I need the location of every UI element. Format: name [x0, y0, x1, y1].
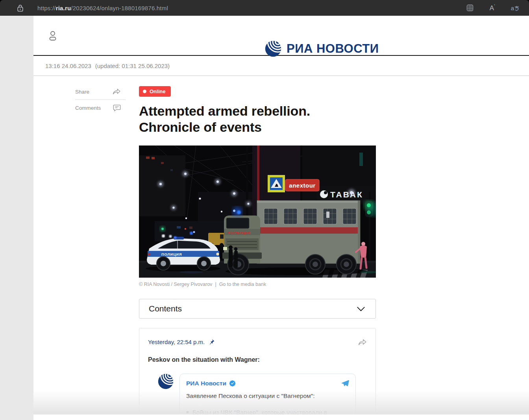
post-share-icon[interactable] — [358, 339, 367, 346]
comments-button[interactable]: Comments — [75, 101, 121, 114]
side-divider — [75, 99, 126, 100]
translate-icon[interactable]: a — [511, 5, 520, 11]
live-post-card: Yesterday, 22:54 p.m. Peskov on the situ… — [139, 328, 376, 420]
traffic-light — [364, 201, 376, 216]
published-time: 13:16 24.06.2023 — [45, 63, 91, 69]
telegram-quote[interactable]: РИА Новости Заявление Пескова о ситуации… — [179, 374, 356, 420]
contents-toggle[interactable]: Contents — [139, 299, 376, 319]
live-dot-icon — [143, 90, 146, 93]
online-badge-label: Online — [150, 88, 165, 94]
share-button[interactable]: Share — [75, 85, 121, 98]
url-text[interactable]: https://ria.ru/20230624/onlayn-188016987… — [37, 5, 168, 11]
share-icon — [113, 88, 121, 95]
svg-text:anextour: anextour — [289, 182, 315, 189]
page: РИА НОВОСТИ 13:16 24.06.2023 (updated: 0… — [33, 16, 529, 420]
text-size-icon[interactable]: Aʼ — [490, 4, 495, 12]
post-lead: Peskov on the situation with Wagner: — [148, 356, 367, 363]
article-dateline: 13:16 24.06.2023 (updated: 01:31 25.06.2… — [33, 56, 529, 76]
channel-avatar — [158, 374, 174, 389]
url-path: /20230624/onlayn-1880169876.html — [71, 5, 168, 11]
tabak-sign: ТАВАК — [317, 186, 376, 203]
bottom-white-strip — [33, 414, 529, 420]
post-timestamp[interactable]: Yesterday, 22:54 p.m. — [148, 339, 215, 345]
share-label: Share — [75, 89, 89, 95]
credit-separator: | — [215, 282, 216, 287]
site-header: РИА НОВОСТИ — [33, 16, 529, 56]
pin-icon — [208, 339, 215, 345]
photo-credit: © RIA Novosti / Sergey Pivovarov — [139, 282, 212, 287]
hero-photo: ТАВАК anextour — [139, 146, 376, 278]
side-actions: Share Comments — [75, 85, 121, 114]
article-content: Share Comments Online Attempted — [33, 76, 529, 420]
photo-caption: © RIA Novosti / Sergey Pivovarov | Go to… — [139, 282, 376, 287]
telegram-message-intro: Заявление Пескова о ситуации с "Вагнером… — [186, 392, 349, 400]
svg-text:РОСГВАРДИЯ: РОСГВАРДИЯ — [228, 231, 250, 235]
ssl-lock-icon[interactable] — [17, 4, 23, 12]
crosswalk-sign — [268, 175, 285, 192]
anextour-sign: anextour — [285, 179, 319, 191]
contents-label: Contents — [149, 304, 182, 313]
verified-badge-icon — [229, 380, 236, 387]
user-profile-icon[interactable] — [48, 30, 57, 41]
ria-globe-icon — [264, 40, 282, 57]
telegram-embed: РИА Новости Заявление Пескова о ситуации… — [148, 374, 367, 420]
comments-icon — [113, 104, 121, 112]
logo-wordmark: РИА НОВОСТИ — [287, 42, 379, 56]
chevron-down-icon — [357, 306, 365, 311]
browser-address-bar[interactable]: https://ria.ru/20230624/onlayn-188016987… — [0, 0, 529, 16]
article-title: Attempted armed rebellion. Chronicle of … — [139, 103, 376, 135]
svg-text:ПОЛИЦИЯ: ПОЛИЦИЯ — [161, 252, 182, 256]
collections-grid-icon[interactable] — [466, 4, 474, 12]
square-bullet-icon: ■ — [186, 410, 189, 414]
ria-novosti-logo[interactable]: РИА НОВОСТИ — [264, 40, 379, 57]
media-bank-link[interactable]: Go to the media bank — [219, 282, 266, 287]
svg-text:ТАВАК: ТАВАК — [330, 190, 363, 199]
comments-label: Comments — [75, 105, 101, 111]
main-column: Online Attempted armed rebellion. Chroni… — [139, 76, 376, 420]
url-domain: ria.ru — [56, 5, 71, 11]
channel-name[interactable]: РИА Новости — [186, 380, 226, 387]
telegram-plane-icon — [341, 379, 349, 387]
url-scheme: https:// — [37, 5, 56, 11]
updated-time: (updated: 01:31 25.06.2023) — [95, 63, 170, 69]
online-badge: Online — [139, 86, 171, 97]
